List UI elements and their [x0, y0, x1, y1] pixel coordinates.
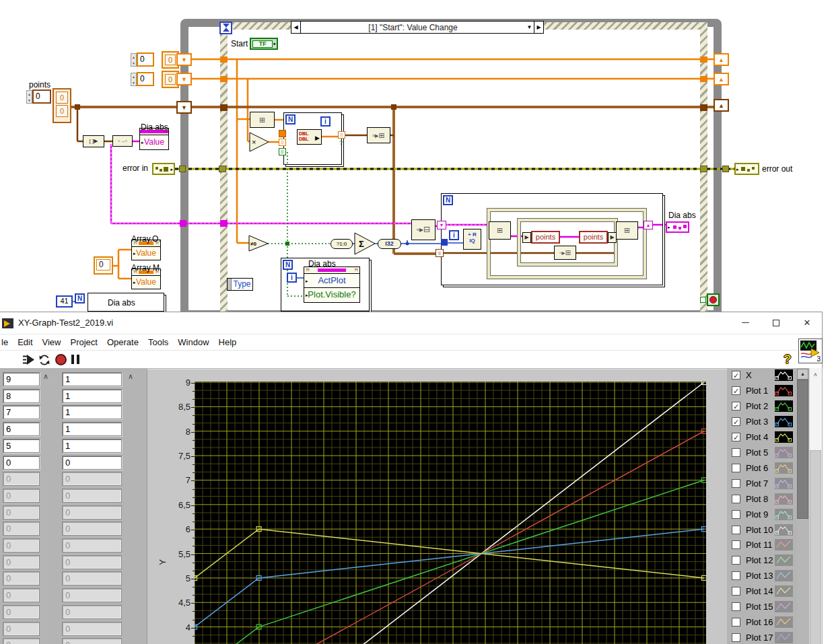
legend-plot-style-icon[interactable] [775, 493, 793, 505]
array2-element-0[interactable]: 1 [62, 372, 122, 386]
event-next-arrow[interactable]: ▶ [534, 22, 543, 33]
shift-register-right-2[interactable]: ▲ [714, 73, 729, 85]
array1-element-0[interactable]: 9 [3, 372, 40, 386]
array2-element-9[interactable]: 0 [62, 522, 122, 536]
legend-scrollbar-track[interactable] [797, 519, 808, 644]
array1-element-8[interactable]: 0 [3, 505, 40, 520]
to-i32-node[interactable]: I32 [378, 239, 401, 249]
array2-element-5[interactable]: 0 [62, 456, 122, 470]
close-button[interactable]: ✕ [792, 312, 823, 333]
array2-element-16[interactable]: 0 [62, 638, 122, 644]
legend-checkbox[interactable]: ✓ [732, 402, 740, 410]
legend-plot-style-icon[interactable] [775, 400, 793, 412]
array2-element-2[interactable]: 1 [62, 405, 122, 419]
shift-register-left-1[interactable]: ▼ [176, 53, 192, 66]
array2-element-14[interactable]: 0 [62, 605, 122, 619]
legend-plot-style-icon[interactable] [775, 524, 793, 536]
build-array-inner[interactable]: ▫▸⊞ [554, 246, 576, 260]
points-subvi-1[interactable]: points [531, 231, 560, 244]
legend-plot-style-icon[interactable] [775, 431, 793, 443]
legend-plot-style-icon[interactable] [775, 416, 793, 427]
41-constant[interactable]: 41 [56, 295, 73, 308]
title-bar[interactable]: XY-Graph-Test2_2019.vi ✕ [0, 312, 822, 334]
legend-scrollbar-thumb[interactable] [797, 380, 808, 519]
minimize-button[interactable] [730, 312, 761, 333]
array2-element-11[interactable]: 0 [62, 555, 122, 569]
legend-plot-style-icon[interactable] [775, 462, 793, 474]
numeric1-field[interactable]: 0 [137, 52, 154, 67]
legend-checkbox[interactable]: ✓ [732, 433, 740, 441]
array1-element-3[interactable]: 6 [3, 422, 40, 436]
xy-graph-plot-area[interactable] [195, 382, 706, 644]
menu-window[interactable]: Window [178, 337, 209, 347]
array1-element-9[interactable]: 0 [3, 522, 40, 536]
legend-checkbox[interactable] [732, 526, 740, 534]
array1-element-6[interactable]: 0 [3, 472, 40, 486]
array1-element-1[interactable]: 8 [3, 389, 40, 403]
legend-checkbox[interactable] [732, 540, 740, 549]
legend-plot-style-icon[interactable] [775, 447, 793, 458]
menu-edit[interactable]: Edit [18, 337, 32, 347]
menu-file[interactable]: le [1, 337, 8, 347]
array1-element-2[interactable]: 7 [3, 405, 40, 419]
legend-plot-style-icon[interactable] [775, 632, 793, 643]
legend-plot-style-icon[interactable] [775, 369, 793, 381]
points-subvi-2[interactable]: points [579, 231, 608, 244]
array1-element-15[interactable]: 0 [3, 622, 40, 636]
index-array-top[interactable]: ⊞ [250, 112, 275, 128]
quotient-remainder-node[interactable]: ÷ R IQ [463, 229, 481, 250]
start-boolean-terminal[interactable]: TF ▸ [250, 38, 278, 50]
legend-plot-style-icon[interactable] [775, 601, 793, 612]
array2-element-7[interactable]: 0 [62, 489, 122, 503]
event-prev-arrow[interactable]: ◀ [291, 22, 301, 33]
numeric1-spinner[interactable]: ▲▼ [131, 53, 137, 67]
abort-icon[interactable] [55, 354, 67, 365]
array1-element-12[interactable]: 0 [3, 571, 40, 585]
array1-element-13[interactable]: 0 [3, 588, 40, 602]
array1-up-arrow[interactable]: ∧ [40, 372, 51, 383]
dbl-conversion-node[interactable]: DBL DBL ▶ [297, 129, 322, 145]
shift-register-left-3[interactable]: ▼ [176, 101, 192, 114]
legend-plot-style-icon[interactable] [775, 539, 793, 550]
xy-graph-terminal[interactable]: ▸ [666, 221, 689, 233]
legend-checkbox[interactable] [732, 448, 740, 457]
legend-checkbox[interactable] [732, 602, 740, 611]
legend-plot-style-icon[interactable] [775, 585, 793, 597]
shift-register-right-3[interactable]: ▲ [714, 99, 729, 112]
array1-element-11[interactable]: 0 [3, 555, 40, 569]
panel-scrollbar-thumb[interactable] [810, 450, 821, 644]
legend-checkbox[interactable]: ✓ [732, 386, 740, 395]
legend-checkbox[interactable] [732, 633, 740, 642]
legend-checkbox[interactable] [732, 618, 740, 627]
reshape-array-node[interactable]: ▫▸⊟ [411, 219, 436, 240]
array1-element-4[interactable]: 5 [3, 439, 40, 453]
legend-checkbox[interactable] [732, 479, 740, 488]
points-array[interactable]: 0 0 [53, 88, 71, 123]
array2-element-3[interactable]: 1 [62, 422, 122, 436]
index-array-inner-right[interactable]: ⊞ [616, 221, 638, 240]
legend-checkbox[interactable] [732, 556, 740, 565]
numeric2-field[interactable]: 0 [137, 72, 154, 86]
stop-button-terminal[interactable] [707, 293, 720, 306]
vi-icon-thumbnail[interactable]: 3 [798, 338, 823, 363]
event-timeout-icon[interactable] [219, 22, 232, 34]
array2-element-10[interactable]: 0 [62, 538, 122, 552]
dia-abs-visible-property[interactable]: ?!?! ▸ActPlot ▸Plot.Visible? [304, 266, 360, 303]
menu-operate[interactable]: Operate [107, 337, 139, 347]
array2-element-13[interactable]: 0 [62, 588, 122, 602]
array2-element-1[interactable]: 1 [62, 389, 122, 403]
array2-element-6[interactable]: 0 [62, 472, 122, 486]
array1-element-16[interactable]: 0 [3, 638, 40, 644]
array2-element-12[interactable]: 0 [62, 571, 122, 585]
legend-plot-style-icon[interactable] [775, 509, 793, 520]
legend-checkbox[interactable] [732, 587, 740, 596]
array-size-node[interactable]: [ ]▶ [83, 135, 104, 147]
run-continuous-icon[interactable] [38, 354, 50, 366]
points-field[interactable]: 0 [32, 90, 51, 104]
menu-view[interactable]: View [42, 337, 61, 347]
legend-scroll-up-button[interactable]: ▲ [797, 369, 808, 380]
points-spinner[interactable]: ▲▼ [26, 90, 32, 104]
legend-plot-style-icon[interactable] [775, 570, 793, 581]
legend-plot-style-icon[interactable] [775, 554, 793, 566]
legend-checkbox[interactable]: ✓ [732, 371, 740, 380]
